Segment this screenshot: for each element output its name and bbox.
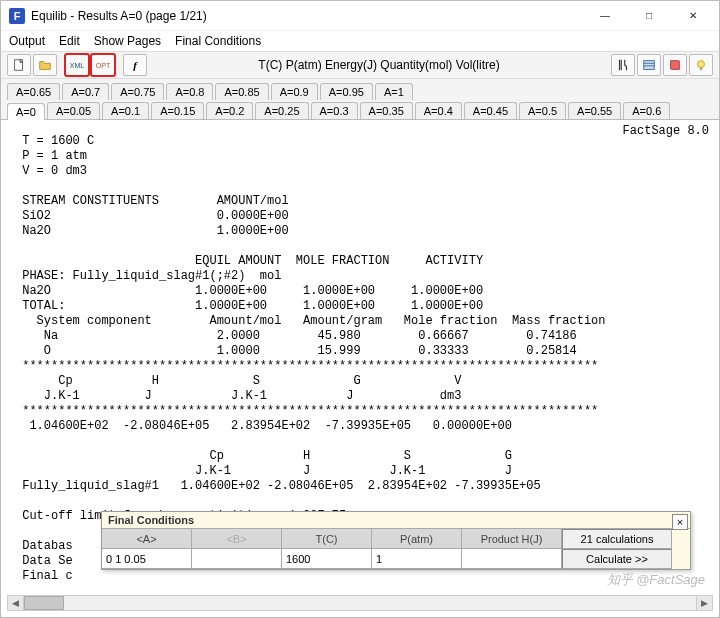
fc-input-a[interactable]: 0 1 0.05 — [102, 549, 192, 569]
folder-open-icon — [38, 58, 52, 72]
tab-A-0-85[interactable]: A=0.85 — [215, 83, 268, 100]
tab-A-0[interactable]: A=0 — [7, 103, 45, 120]
scroll-right-arrow-icon[interactable]: ▶ — [696, 596, 712, 610]
fc-calculate-button[interactable]: Calculate >> — [562, 549, 672, 569]
tab-A-0-4[interactable]: A=0.4 — [415, 102, 462, 119]
toolbar: XML OPT f T(C) P(atm) Energy(J) Quantity… — [1, 51, 719, 79]
tab-strip: A=0.65A=0.7A=0.75A=0.8A=0.85A=0.9A=0.95A… — [1, 79, 719, 120]
cutlery-icon — [616, 58, 630, 72]
tab-A-0-95[interactable]: A=0.95 — [320, 83, 373, 100]
tab-A-0-8[interactable]: A=0.8 — [166, 83, 213, 100]
fc-header-b: <B> — [192, 529, 282, 549]
tab-A-0-55[interactable]: A=0.55 — [568, 102, 621, 119]
lightbulb-icon — [694, 58, 708, 72]
tab-A-0-75[interactable]: A=0.75 — [111, 83, 164, 100]
tool-right-4[interactable] — [689, 54, 713, 76]
book-icon — [668, 58, 682, 72]
fc-calc-count[interactable]: 21 calculations — [562, 529, 672, 549]
maximize-button[interactable]: □ — [627, 2, 671, 30]
menu-show-pages[interactable]: Show Pages — [94, 34, 161, 48]
tab-A-0-25[interactable]: A=0.25 — [255, 102, 308, 119]
fc-input-product[interactable] — [462, 549, 562, 569]
final-conditions-close-button[interactable]: × — [672, 514, 688, 530]
menu-output[interactable]: Output — [9, 34, 45, 48]
tab-A-0-65[interactable]: A=0.65 — [7, 83, 60, 100]
tab-A-0-15[interactable]: A=0.15 — [151, 102, 204, 119]
fc-header-t[interactable]: T(C) — [282, 529, 372, 549]
minimize-button[interactable]: — — [583, 2, 627, 30]
fc-header-product[interactable]: Product H(J) — [462, 529, 562, 549]
close-button[interactable]: ✕ — [671, 2, 715, 30]
open-button[interactable] — [33, 54, 57, 76]
xml-button[interactable]: XML — [65, 54, 89, 76]
tab-A-0-3[interactable]: A=0.3 — [311, 102, 358, 119]
fx-button[interactable]: f — [123, 54, 147, 76]
menu-final-conditions[interactable]: Final Conditions — [175, 34, 261, 48]
tool-right-1[interactable] — [611, 54, 635, 76]
results-pane: FactSage 8.0 T = 1600 C P = 1 atm V = 0 … — [1, 120, 719, 596]
svg-point-4 — [698, 61, 705, 68]
function-icon: f — [133, 59, 137, 71]
tab-A-0-7[interactable]: A=0.7 — [62, 83, 109, 100]
new-file-icon — [12, 58, 26, 72]
fc-header-p[interactable]: P(atm) — [372, 529, 462, 549]
final-conditions-panel: Final Conditions × <A> <B> T(C) P(atm) P… — [101, 511, 691, 570]
title-bar: F Equilib - Results A=0 (page 1/21) — □ … — [1, 1, 719, 31]
svg-rect-1 — [644, 61, 655, 70]
tool-right-3[interactable] — [663, 54, 687, 76]
fc-input-b[interactable] — [192, 549, 282, 569]
tab-A-0-2[interactable]: A=0.2 — [206, 102, 253, 119]
scroll-left-arrow-icon[interactable]: ◀ — [8, 596, 24, 610]
list-icon — [642, 58, 656, 72]
tool-right-2[interactable] — [637, 54, 661, 76]
app-icon: F — [9, 8, 25, 24]
tab-A-0-9[interactable]: A=0.9 — [271, 83, 318, 100]
horizontal-scrollbar[interactable]: ◀ ▶ — [7, 595, 713, 611]
factsage-version-label: FactSage 8.0 — [623, 124, 709, 138]
tab-A-0-6[interactable]: A=0.6 — [623, 102, 670, 119]
menu-bar: Output Edit Show Pages Final Conditions — [1, 31, 719, 51]
fc-header-a[interactable]: <A> — [102, 529, 192, 549]
window-title: Equilib - Results A=0 (page 1/21) — [31, 9, 583, 23]
unit-label: T(C) P(atm) Energy(J) Quantity(mol) Vol(… — [149, 58, 609, 72]
opt-button[interactable]: OPT — [91, 54, 115, 76]
new-button[interactable] — [7, 54, 31, 76]
tab-A-0-35[interactable]: A=0.35 — [360, 102, 413, 119]
fc-input-t[interactable]: 1600 — [282, 549, 372, 569]
tab-A-1[interactable]: A=1 — [375, 83, 413, 100]
tab-A-0-5[interactable]: A=0.5 — [519, 102, 566, 119]
fc-input-p[interactable]: 1 — [372, 549, 462, 569]
tab-A-0-05[interactable]: A=0.05 — [47, 102, 100, 119]
menu-edit[interactable]: Edit — [59, 34, 80, 48]
svg-rect-5 — [700, 68, 703, 71]
tab-A-0-1[interactable]: A=0.1 — [102, 102, 149, 119]
tab-A-0-45[interactable]: A=0.45 — [464, 102, 517, 119]
scroll-thumb[interactable] — [24, 596, 64, 610]
final-conditions-title: Final Conditions — [102, 512, 690, 528]
